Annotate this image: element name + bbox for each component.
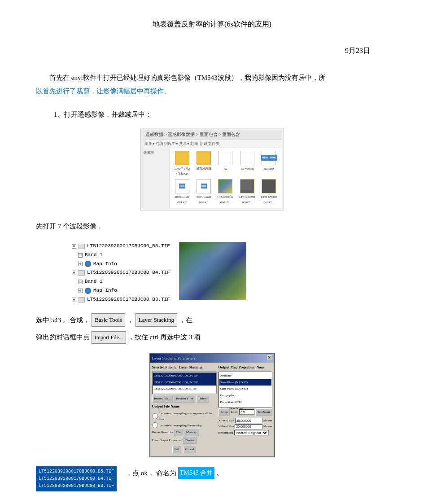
- file-label-lt1: LT5122039200017...: [217, 194, 233, 206]
- caption-1: 先打开 7 个波段影像，: [36, 219, 388, 233]
- file-icon-lt1: LT5122039200017...: [215, 179, 235, 206]
- file-icon-band-2014-1: HDR 2005.band2014.4.2: [172, 179, 192, 206]
- right-list-item-geographic: Geographic: [219, 392, 271, 399]
- layer-stacking-button[interactable]: Layer Stacking: [136, 313, 177, 327]
- date-line: 9月23日: [36, 44, 388, 57]
- tree-item-band1-b5: □ Band 1: [78, 251, 170, 260]
- enter-output-row: Enter Output Filename: Choose: [152, 437, 217, 444]
- dialog-btn-row-1: Import File... Reorder Files Delete: [152, 395, 217, 403]
- dialog-right-panel: Output Map Projection: None Arbitrary St…: [219, 364, 272, 455]
- file-icon-lt2: LT5122039200017...: [237, 179, 257, 206]
- dialog-list-item-1: LT51220392000170BJC00_24.TIF: [153, 373, 216, 379]
- page-title: 地表覆盖反射率的计算(6s软件的应用): [36, 18, 388, 31]
- ok-button[interactable]: OK: [172, 446, 181, 453]
- basic-tools-button[interactable]: Basic Tools: [92, 313, 125, 327]
- x-pixel-input[interactable]: [235, 418, 263, 423]
- x-pixel-unit: Meters: [263, 418, 272, 424]
- setup-button[interactable]: Setup: [219, 408, 230, 416]
- file-browser-titlebar: 遥感数据 > 遥感影像数据 > 里面包含 > 里面包含: [143, 130, 282, 140]
- file-icon-band-2014-2: HDR 2005.band2014.4.2: [194, 179, 214, 206]
- action-text-after: ，在: [179, 313, 192, 327]
- toolbar-text: 组织▾ 包含到库中▾ 共享▾ 刻录 新建文件夹: [144, 140, 220, 147]
- right-panel-listbox[interactable]: Arbitrary State Plane (NAD 27) State Pla…: [219, 372, 272, 408]
- file-label-b2y: B2 yanwu: [241, 166, 254, 172]
- intro-paragraph: 首先在 envi软件中打开已经处理好的真彩色影像（TM543波段），我的影像因为…: [36, 71, 388, 98]
- y-pixel-input[interactable]: [235, 424, 262, 429]
- bottom-text-middle: 命名为: [156, 466, 176, 480]
- tree-label-band1-b4: Band 1: [85, 277, 103, 286]
- sidebar-label: 收藏夹: [144, 150, 168, 156]
- plus-icon-b5: ⊕: [72, 244, 76, 249]
- file-browser-content: 2000年5月20日和543 城市地图像 B2 B2 yanwu HDR: [170, 148, 282, 208]
- action-text-middle: 。合成，: [63, 313, 90, 327]
- titlebar-text: 遥感数据 > 遥感影像数据 > 里面包含 > 里面包含: [145, 131, 240, 139]
- y-pixel-label: Y Pixel Size: [219, 424, 234, 429]
- tms543-highlight: TM543 合并: [178, 467, 215, 479]
- resampling-label: Resampling: [219, 430, 233, 436]
- set-zoom-btn[interactable]: Set Zoom: [255, 408, 272, 416]
- globe-icon-b5: [85, 261, 91, 267]
- file-browser-toolbar: 组织▾ 包含到库中▾ 共享▾ 刻录 新建文件夹: [143, 140, 282, 148]
- zoom-label: Zoom: [231, 409, 238, 415]
- output-file-btn[interactable]: File: [174, 429, 183, 436]
- radio-all-files[interactable]: [152, 413, 158, 419]
- bottom-text-after: 。: [216, 466, 223, 480]
- cancel-button[interactable]: Cancel: [183, 446, 196, 453]
- output-memory-btn[interactable]: Memory: [184, 429, 199, 436]
- file-label-band1: 2005.band2014.4.2: [174, 194, 190, 206]
- dialog-title-text: Layer Stacking Parameters: [152, 355, 196, 362]
- enter-output-btn[interactable]: Choose: [183, 437, 197, 444]
- dialog-close-button[interactable]: ✕: [267, 355, 272, 361]
- file-label-lt3: LT5122039200017...: [261, 194, 277, 206]
- zoom-row: Zoom Set Zoom: [231, 408, 272, 416]
- folder-icon-1: [175, 151, 189, 165]
- dialog-file-listbox[interactable]: LT51220392000170BJC00_24.TIF LT512203920…: [152, 372, 217, 394]
- intro-text-blue: 以首先进行了裁剪，让影像满幅居中再操作。: [36, 88, 170, 95]
- dialog-left-panel: Selected Files for Layer Stacking LT5122…: [152, 364, 217, 455]
- radio-overlap[interactable]: [152, 422, 158, 428]
- intro-text-black: 首先在 envi软件中打开已经处理好的真彩色影像（TM543波段），我的影像因为…: [49, 74, 325, 81]
- file-label-lt2: LT5122039200017...: [239, 194, 255, 206]
- file-icon-b4: [79, 270, 85, 276]
- file-list-item-2: LT51220392000170BJC00_B4.TIF: [39, 475, 114, 482]
- ctrl-text-after: ，按住 ctrl 再选中这 3 项: [128, 333, 201, 341]
- folder-icon-2: [197, 151, 211, 165]
- enter-output-label: Enter Output Filename:: [152, 438, 182, 443]
- output-result-row: Output Result to File Memory: [152, 429, 217, 436]
- zoom-input[interactable]: [239, 409, 254, 415]
- file-list-highlighted: LT51220392000170BJC00_B5.TIF LT512203920…: [36, 466, 117, 491]
- radio-label-1: Exclusive: resampling encompasses all th…: [159, 411, 217, 422]
- right-list-item-utm: Projection: UTM: [219, 399, 271, 406]
- action-text-select: 选中 543: [36, 313, 61, 327]
- dialog-list-item-3: LT51220392000170BJC00_B.TIF: [153, 386, 216, 392]
- right-list-item-stateplanenad83: State Plane (NAD 83): [219, 386, 271, 392]
- y-pixel-row: Y Pixel Size Meters: [219, 424, 272, 429]
- output-result-label: Output Result to: [152, 429, 173, 435]
- tree-label-mapinfo-b4: Map Info: [93, 286, 117, 295]
- tree-label-b5: LT51220392000170BJC00_B5.TIF: [87, 242, 170, 251]
- dialog-reorder-btn[interactable]: Reorder Files: [174, 395, 195, 403]
- envi-panel: ⊕ LT51220392000170BJC00_B5.TIF □ Band 1 …: [72, 242, 388, 304]
- file-icon-band2-box: HDR: [197, 179, 211, 193]
- file-icon-lt3-box: [262, 179, 276, 193]
- section-1-heading: 1、打开遥感影像，并裁减居中：: [54, 109, 388, 121]
- file-list-item-1: LT51220392000170BJC00_B5.TIF: [39, 468, 114, 475]
- resampling-row: Resampling Nearest Neighbor: [219, 430, 272, 436]
- minus-icon-b5: □: [78, 253, 83, 258]
- tree-item-band1-b4: □ Band 1: [78, 277, 170, 286]
- import-file-button[interactable]: Import File...: [92, 331, 126, 344]
- ctrl-instruction: 弹出的对话框中点 Import File... ，按住 ctrl 再选中这 3 …: [36, 330, 388, 344]
- dialog-section-label: Selected Files for Layer Stacking: [152, 364, 217, 371]
- tree-item-mapinfo-b4: ⊕ Map Info: [78, 286, 170, 295]
- right-panel-pixel-section: X Pixel Size Meters Y Pixel Size Meters …: [219, 418, 272, 436]
- dialog-list-item-2: LT51220392000170BJC00_24.TIF: [153, 379, 216, 386]
- layer-stacking-dialog: Layer Stacking Parameters ✕ Selected Fil…: [149, 353, 275, 458]
- dialog-import-btn[interactable]: Import File...: [152, 395, 173, 403]
- file-icon-b3: [79, 297, 85, 302]
- resampling-select[interactable]: Nearest Neighbor: [234, 430, 269, 435]
- right-list-item-arbitrary: Arbitrary: [219, 373, 271, 379]
- bottom-caption: ，点 ok， 命名为 TM543 合并 。: [126, 466, 223, 480]
- file-icon-lt1-box: [218, 179, 232, 193]
- dialog-delete-btn[interactable]: Delete: [196, 395, 209, 403]
- x-pixel-row: X Pixel Size Meters: [219, 418, 272, 424]
